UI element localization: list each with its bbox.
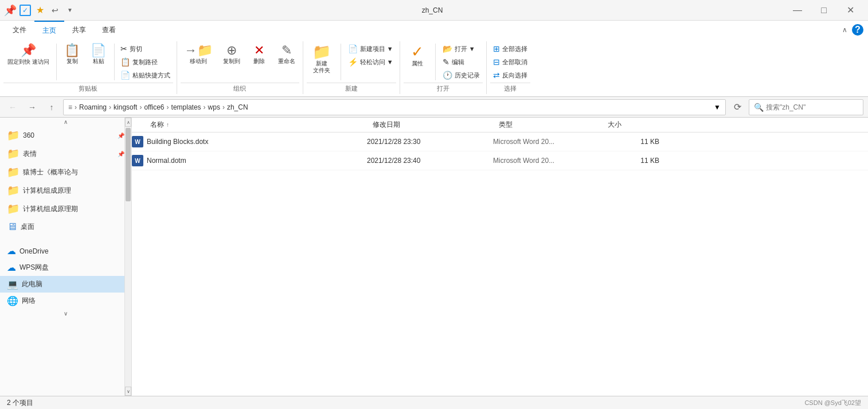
copy-path-button[interactable]: 📋 复制路径 [118,56,173,68]
new-folder-icon: 📁 [312,44,331,59]
cut-button[interactable]: ✂ 剪切 [118,42,173,55]
sidebar-scrollbar[interactable]: ∧ ∨ [124,118,131,396]
sidebar-item-yuanboushi[interactable]: 📁 猿博士《概率论与 [0,163,131,181]
tab-share[interactable]: 共享 [64,21,94,39]
move-to-button[interactable]: →📁 移动到 [181,42,217,67]
address-bar[interactable]: ≡ › Roaming › kingsoft › office6 › templ… [63,99,726,115]
sidebar-scroll-down[interactable]: ∨ [0,309,131,318]
pin-btn-icon: 📌 [21,44,36,57]
tab-view[interactable]: 查看 [94,21,124,39]
sidebar-item-360[interactable]: 📁 360 📌 [0,126,131,145]
ribbon-group-open: ✓ 属性 📂 打开 ▼ ✎ 编辑 🕐 历史记录 打开 [400,41,487,94]
sidebar-item-desktop[interactable]: 🖥 桌面 [0,218,131,236]
cut-label: 剪切 [130,45,142,53]
paste-shortcut-button[interactable]: 📄 粘贴快捷方式 [118,69,173,81]
history-icon: 🕐 [443,71,452,80]
new-folder-button[interactable]: 📁 新建文件夹 [307,42,337,76]
undo-icon[interactable]: ↩ [49,5,61,16]
sidebar-item-network[interactable]: 🌐 网络 [0,293,131,309]
breadcrumb-templates[interactable]: templates [171,103,201,111]
sep1: › [109,103,111,111]
dropdown-icon[interactable]: ▼ [64,5,76,16]
ribbon-group-clipboard: 📌 固定到快 速访问 📋 复制 📄 粘贴 ✂ 剪切 [0,41,177,94]
ribbon-group-content-select: ⊞ 全部选择 ⊟ 全部取消 ⇄ 反向选择 [490,42,530,81]
sidebar-item-emoji[interactable]: 📁 表情 📌 [0,145,131,163]
main-content: ∧ 📁 360 📌 📁 表情 📌 📁 猿博士《概率论与 📁 计算机组成原理 📁 … [0,118,868,396]
clipboard-label: 剪贴板 [3,83,173,93]
search-bar[interactable]: 🔍 [749,99,863,115]
tab-file[interactable]: 文件 [5,21,34,39]
new-item-button[interactable]: 📄 新建项目 ▼ [345,42,396,55]
breadcrumb-office6[interactable]: office6 [144,103,164,111]
pin-quick-access-button[interactable]: 📌 固定到快 速访问 [3,42,53,67]
col-size-header[interactable]: 大小 [608,120,677,130]
delete-label: 删除 [253,58,265,65]
sep3: › [167,103,169,111]
sidebar-item-wps-cloud[interactable]: ☁ WPS网盘 [0,259,131,276]
rename-button[interactable]: ✎ 重命名 [274,42,299,67]
col-name-header[interactable]: 名称 ↑ [132,120,373,130]
sidebar-scroll-up[interactable]: ∧ [0,118,131,126]
help-icon[interactable]: ? [852,24,863,36]
window-controls: — □ ✕ [784,0,863,21]
ribbon-group-content-organize: →📁 移动到 ⊕ 复制到 ✕ 删除 ✎ 重命名 [181,42,299,81]
breadcrumb-wps[interactable]: wps [208,103,220,111]
sep2: › [139,103,142,111]
up-button[interactable]: ↑ [44,99,60,115]
close-button[interactable]: ✕ [837,0,863,21]
building-blocks-date: 2021/12/28 23:30 [367,138,493,146]
deselect-all-button[interactable]: ⊟ 全部取消 [490,56,530,68]
scroll-up-btn[interactable]: ∧ [125,118,131,127]
sidebar-item-jisuanji2[interactable]: 📁 计算机组成原理期 [0,200,131,218]
folder-360-icon: 📁 [7,129,19,142]
rename-icon: ✎ [281,44,292,57]
invert-select-button[interactable]: ⇄ 反向选择 [490,69,530,81]
file-row-building-blocks[interactable]: W Building Blocks.dotx 2021/12/28 23:30 … [132,133,868,151]
select-all-button[interactable]: ⊞ 全部选择 [490,42,530,55]
easy-access-button[interactable]: ⚡ 轻松访问 ▼ [345,56,396,68]
delete-button[interactable]: ✕ 删除 [247,42,272,67]
sidebar-item-thispc[interactable]: 💻 此电脑 [0,276,131,293]
tab-home[interactable]: 主页 [34,21,64,39]
breadcrumb-roaming[interactable]: Roaming [79,103,107,111]
sidebar-item-emoji-label: 表情 [23,149,37,159]
sidebar-item-360-label: 360 [23,131,34,139]
star-icon: ★ [34,5,46,16]
col-date-header[interactable]: 修改日期 [373,120,499,130]
forward-button[interactable]: → [24,99,40,115]
copy-to-button[interactable]: ⊕ 复制到 [219,42,244,67]
breadcrumb-kingsoft[interactable]: kingsoft [114,103,137,111]
sidebar-item-onedrive[interactable]: ☁ OneDrive [0,243,131,259]
address-dropdown-icon[interactable]: ▼ [714,103,721,111]
copy-button[interactable]: 📋 复制 [60,42,85,67]
ribbon-collapse-icon[interactable]: ∧ [842,26,847,34]
paste-icon: 📄 [91,44,106,57]
new-item-icon: 📄 [348,44,358,53]
normal-date: 2021/12/28 23:40 [367,157,493,165]
select-all-icon: ⊞ [493,44,500,53]
maximize-button[interactable]: □ [811,0,837,21]
paste-shortcut-icon: 📄 [120,71,130,80]
back-button[interactable]: ← [5,99,21,115]
wps-cloud-icon: ☁ [7,262,16,273]
copy-to-icon: ⊕ [226,44,237,57]
col-type-header[interactable]: 类型 [499,120,608,130]
normal-icon: W [132,155,143,166]
properties-button[interactable]: ✓ 属性 [404,42,431,69]
copy-label: 复制 [67,58,78,65]
open-button[interactable]: 📂 打开 ▼ [440,42,483,55]
file-row-normal[interactable]: W Normal.dotm 2021/12/28 23:40 Microsoft… [132,151,868,170]
edit-button[interactable]: ✎ 编辑 [440,56,483,68]
search-input[interactable] [766,103,858,111]
sidebar-item-jisuanji1[interactable]: 📁 计算机组成原理 [0,181,131,200]
breadcrumb-zhcn[interactable]: zh_CN [227,103,248,111]
minimize-button[interactable]: — [784,0,811,21]
scroll-track[interactable] [126,128,131,201]
history-button[interactable]: 🕐 历史记录 [440,69,483,81]
cut-icon: ✂ [120,44,127,53]
paste-button[interactable]: 📄 粘贴 [86,42,111,67]
folder-jisuanji2-icon: 📁 [7,202,19,215]
scroll-down-btn[interactable]: ∨ [125,387,131,396]
refresh-button[interactable]: ⟳ [729,99,745,115]
invert-icon: ⇄ [493,71,500,80]
